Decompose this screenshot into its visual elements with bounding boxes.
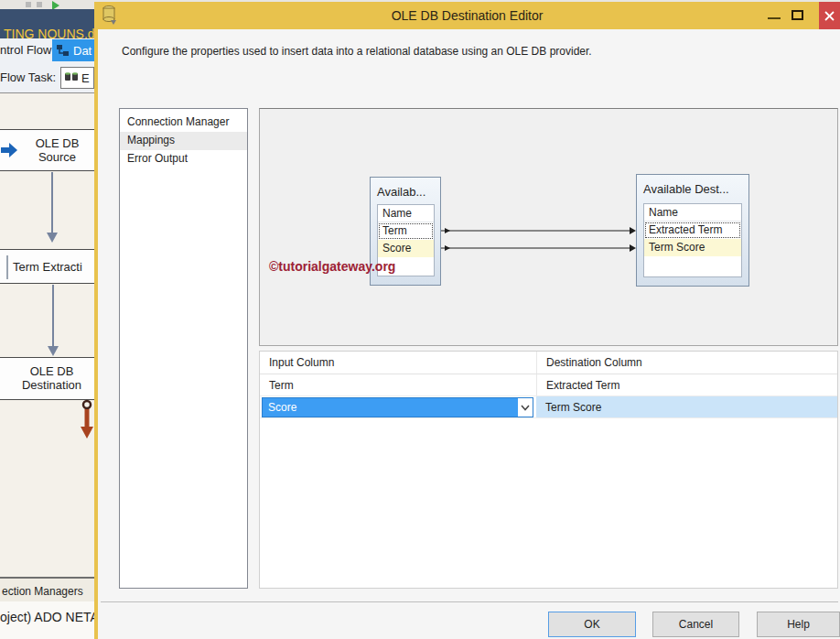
dialog-titlebar[interactable]: OLE DB Destination Editor — [94, 2, 840, 29]
connection-managers-header: ection Managers — [0, 577, 94, 601]
dropdown-button[interactable] — [518, 398, 533, 417]
flow-task-combo-value: E — [81, 71, 90, 85]
tab-data-flow[interactable]: Dat — [52, 39, 94, 61]
available-destination-columns-title: Available Dest... — [637, 175, 748, 196]
error-output-anchor — [83, 401, 91, 408]
watermark: ©tutorialgateway.org — [269, 259, 395, 274]
grid-header-destination-column: Destination Column — [536, 352, 837, 374]
destination-columns-name-header: Name — [644, 204, 741, 222]
term-extraction-label: Term Extracti — [0, 260, 94, 274]
nav-item-mappings[interactable]: Mappings — [120, 132, 247, 150]
chevron-down-icon — [521, 405, 530, 411]
ole-db-source-label-line2: Source — [20, 150, 94, 164]
input-column-term[interactable]: Term — [378, 222, 434, 240]
nav-item-error-output[interactable]: Error Output — [120, 150, 247, 168]
grid-header-row: Input Column Destination Column — [260, 352, 837, 374]
design-surface: OLE DB Source Term Extracti OLE DB Desti… — [0, 93, 94, 577]
dialog-body: Configure the properties used to insert … — [98, 29, 840, 639]
toolbar-icon[interactable] — [37, 2, 42, 7]
mapping-canvas: Availab... Name Term Score Available Des… — [259, 108, 838, 346]
maximize-button[interactable] — [792, 10, 803, 20]
nav-item-connection-manager[interactable]: Connection Manager — [120, 114, 247, 132]
ok-button[interactable]: OK — [548, 612, 636, 637]
connection-manager-item[interactable]: oject) ADO NETA — [0, 601, 94, 639]
mapping-connector-lines — [260, 109, 839, 347]
destination-column-extracted-term[interactable]: Extracted Term — [644, 222, 741, 239]
input-column-dropdown[interactable]: Score — [262, 397, 533, 417]
flow-task-row: Flow Task: E — [0, 62, 94, 93]
cancel-button[interactable]: Cancel — [652, 612, 739, 637]
available-destination-columns-box[interactable]: Available Dest... Name Extracted Term Te… — [636, 174, 749, 287]
available-input-columns-title: Availab... — [371, 178, 440, 199]
input-column-score[interactable]: Score — [378, 240, 434, 257]
grid-row-score: Score Term Score — [260, 396, 837, 418]
ole-db-destination-label-line1: OLE DB — [9, 364, 94, 378]
designer-tab-row: ntrol Flow Dat — [0, 38, 94, 62]
ole-db-source-box[interactable]: OLE DB Source — [0, 129, 94, 171]
grid-row-term: Term Extracted Term — [260, 374, 837, 396]
flow-task-combo[interactable]: E — [60, 67, 94, 89]
connection-managers-header-label: ection Managers — [2, 585, 83, 598]
help-button[interactable]: Help — [757, 612, 840, 637]
grid-cell-input-term[interactable]: Term — [260, 374, 536, 395]
ole-db-destination-box[interactable]: OLE DB Destination — [0, 357, 94, 400]
mapping-grid: Input Column Destination Column Term Ext… — [259, 351, 838, 589]
ole-db-source-label-line1: OLE DB — [20, 136, 94, 150]
grid-cell-destination-extracted-term[interactable]: Extracted Term — [536, 374, 837, 395]
toolbar-icon[interactable] — [26, 2, 31, 7]
term-extraction-box[interactable]: Term Extracti — [0, 249, 94, 284]
tab-data-flow-label: Dat — [73, 44, 92, 58]
dialog-description: Configure the properties used to insert … — [122, 45, 592, 58]
data-flow-task-icon — [64, 71, 79, 84]
button-separator — [101, 601, 838, 602]
input-columns-name-header: Name — [378, 205, 434, 222]
dialog-nav-panel: Connection Manager Mappings Error Output — [119, 108, 248, 589]
screenshot-root: TING NOUNS.dtsx [ ntrol Flow Dat Flow Ta… — [0, 0, 840, 639]
error-output-arrow — [81, 427, 93, 439]
data-flow-icon — [56, 44, 70, 58]
ole-db-destination-label-line2: Destination — [9, 378, 94, 392]
grid-header-input-column: Input Column — [260, 352, 536, 374]
close-button[interactable] — [819, 2, 840, 29]
minimize-button[interactable] — [768, 17, 781, 19]
close-icon — [824, 11, 835, 21]
grid-cell-input-score: Score — [260, 396, 536, 417]
dialog-title: OLE DB Destination Editor — [94, 8, 840, 23]
grid-cell-destination-term-score[interactable]: Term Score — [536, 396, 837, 417]
destination-columns-list: Name Extracted Term Term Score — [643, 203, 742, 277]
destination-column-term-score[interactable]: Term Score — [644, 239, 741, 256]
tab-control-flow[interactable]: ntrol Flow — [0, 43, 51, 57]
flow-task-label: Flow Task: — [0, 70, 56, 84]
input-column-dropdown-value: Score — [263, 401, 518, 414]
